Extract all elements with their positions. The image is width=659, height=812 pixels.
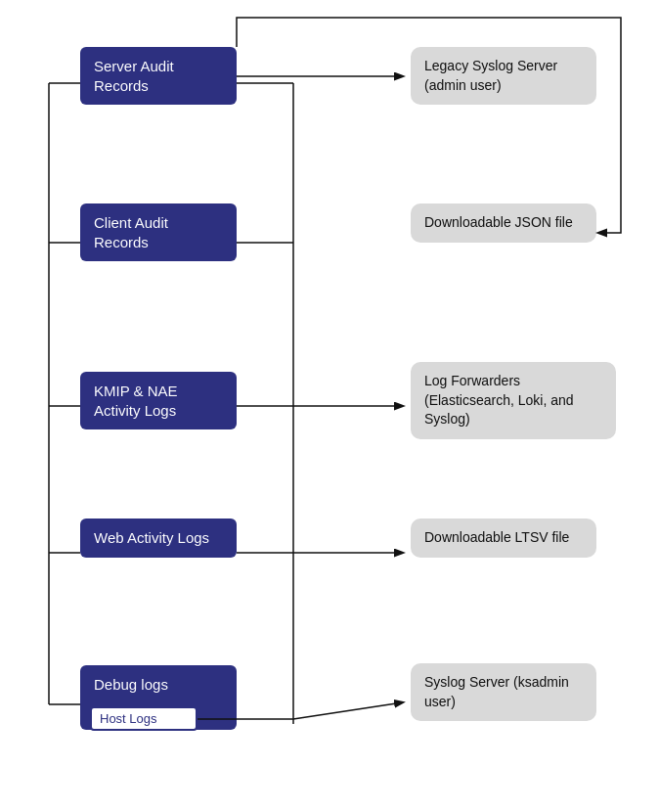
diagram-container: Server Audit Records Client Audit Record… xyxy=(0,0,659,812)
server-audit-box: Server Audit Records xyxy=(80,47,237,105)
log-forwarders-box: Log Forwarders (Elasticsearch, Loki, and… xyxy=(411,362,616,439)
downloadable-ltsv-box: Downloadable LTSV file xyxy=(411,519,596,558)
svg-line-15 xyxy=(293,702,403,719)
web-activity-box: Web Activity Logs xyxy=(80,519,237,558)
legacy-syslog-box: Legacy Syslog Server (admin user) xyxy=(411,47,596,105)
host-logs-box: Host Logs xyxy=(90,706,198,731)
syslog-server-box: Syslog Server (ksadmin user) xyxy=(411,663,596,721)
downloadable-json-box: Downloadable JSON file xyxy=(411,203,596,243)
client-audit-box: Client Audit Records xyxy=(80,203,237,261)
kmip-nae-box: KMIP & NAE Activity Logs xyxy=(80,372,237,429)
